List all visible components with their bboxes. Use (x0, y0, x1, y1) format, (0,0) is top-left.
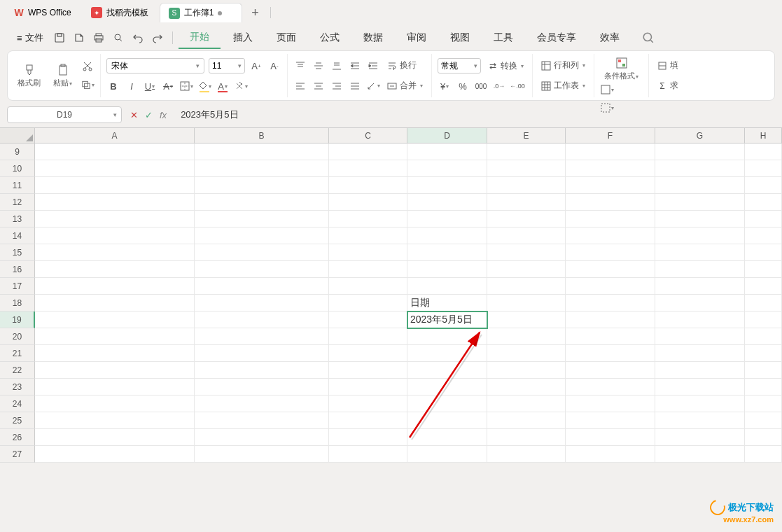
font-color-button[interactable]: A▾ (216, 79, 230, 93)
justify-button[interactable] (348, 80, 362, 92)
merge-button[interactable]: 合并▾ (384, 78, 426, 93)
cell-D9[interactable] (407, 144, 487, 160)
cell-E21[interactable] (487, 345, 566, 362)
cell-G16[interactable] (655, 261, 745, 278)
cell-E17[interactable] (487, 278, 566, 295)
cell-G13[interactable] (655, 211, 745, 227)
cell-D16[interactable] (407, 261, 487, 278)
cell-G10[interactable] (655, 160, 745, 177)
format-brush-button[interactable]: 格式刷 (13, 62, 45, 90)
decrease-font-button[interactable]: A- (267, 59, 281, 73)
cell-D11[interactable] (407, 177, 487, 194)
cell-C27[interactable] (329, 446, 407, 463)
cell-A11[interactable] (35, 177, 195, 194)
cell-H23[interactable] (745, 379, 782, 396)
cell-A13[interactable] (35, 211, 195, 227)
cell-G12[interactable] (655, 194, 745, 211)
cell-B15[interactable] (195, 244, 329, 261)
align-right-button[interactable] (330, 80, 344, 92)
row-header-10[interactable]: 10 (0, 160, 35, 177)
cell-B17[interactable] (195, 278, 329, 295)
cell-C22[interactable] (329, 362, 407, 379)
cell-C24[interactable] (329, 396, 407, 412)
row-header-21[interactable]: 21 (0, 345, 35, 362)
cell-A14[interactable] (35, 227, 195, 244)
fx-button[interactable]: fx (160, 110, 167, 120)
col-header-G[interactable]: G (655, 128, 745, 143)
cell-E25[interactable] (487, 412, 566, 429)
cell-A22[interactable] (35, 362, 195, 379)
comma-button[interactable]: 000 (474, 79, 488, 93)
cell-A26[interactable] (35, 429, 195, 446)
cell-H16[interactable] (745, 261, 782, 278)
redo-button[interactable] (148, 29, 167, 47)
cell-H12[interactable] (745, 194, 782, 211)
fill-color-button[interactable]: ▾ (197, 79, 211, 93)
cell-H24[interactable] (745, 396, 782, 412)
print-button[interactable] (90, 29, 108, 47)
col-header-B[interactable]: B (195, 128, 329, 143)
cell-G9[interactable] (655, 144, 745, 160)
row-header-17[interactable]: 17 (0, 278, 35, 295)
cell-A17[interactable] (35, 278, 195, 295)
orientation-button[interactable]: ▾ (366, 80, 380, 92)
row-header-24[interactable]: 24 (0, 396, 35, 412)
cell-F11[interactable] (566, 177, 655, 194)
row-header-14[interactable]: 14 (0, 227, 35, 244)
copy-button[interactable]: ▾ (81, 78, 95, 92)
cell-G15[interactable] (655, 244, 745, 261)
cell-A12[interactable] (35, 194, 195, 211)
cell-G11[interactable] (655, 177, 745, 194)
cell-E23[interactable] (487, 379, 566, 396)
table-style-button[interactable]: ▾ (600, 83, 614, 97)
cell-C21[interactable] (329, 345, 407, 362)
cell-B25[interactable] (195, 412, 329, 429)
col-header-D[interactable]: D (407, 128, 487, 143)
cell-G17[interactable] (655, 278, 745, 295)
cell-F22[interactable] (566, 362, 655, 379)
cell-C19[interactable] (329, 312, 407, 328)
cell-H21[interactable] (745, 345, 782, 362)
cell-G27[interactable] (655, 446, 745, 463)
cell-D27[interactable] (407, 446, 487, 463)
menu-efficiency[interactable]: 效率 (589, 27, 631, 48)
row-header-18[interactable]: 18 (0, 295, 35, 312)
menu-start[interactable]: 开始 (179, 27, 221, 49)
cell-E26[interactable] (487, 429, 566, 446)
cell-A9[interactable] (35, 144, 195, 160)
cell-F15[interactable] (566, 244, 655, 261)
cell-D26[interactable] (407, 429, 487, 446)
confirm-button[interactable]: ✓ (145, 110, 153, 120)
cell-F13[interactable] (566, 211, 655, 227)
cell-E15[interactable] (487, 244, 566, 261)
undo-button[interactable] (129, 29, 147, 47)
font-name-select[interactable]: 宋体 ▾ (106, 58, 204, 74)
cell-F21[interactable] (566, 345, 655, 362)
cell-D17[interactable] (407, 278, 487, 295)
cell-E12[interactable] (487, 194, 566, 211)
indent-increase-button[interactable] (366, 59, 380, 72)
cell-A10[interactable] (35, 160, 195, 177)
cell-E18[interactable] (487, 295, 566, 312)
row-header-19[interactable]: 19 (0, 312, 35, 328)
cell-H18[interactable] (745, 295, 782, 312)
cell-F26[interactable] (566, 429, 655, 446)
cell-C18[interactable] (329, 295, 407, 312)
col-header-E[interactable]: E (487, 128, 566, 143)
cell-B10[interactable] (195, 160, 329, 177)
cell-D13[interactable] (407, 211, 487, 227)
cell-G22[interactable] (655, 362, 745, 379)
cell-F27[interactable] (566, 446, 655, 463)
bold-button[interactable]: B (106, 79, 120, 93)
font-size-select[interactable]: 11 ▾ (209, 58, 245, 74)
cell-H13[interactable] (745, 211, 782, 227)
cell-F20[interactable] (566, 328, 655, 345)
cell-D15[interactable] (407, 244, 487, 261)
cell-C9[interactable] (329, 144, 407, 160)
cell-E11[interactable] (487, 177, 566, 194)
row-header-12[interactable]: 12 (0, 194, 35, 211)
menu-data[interactable]: 数据 (352, 27, 394, 48)
cell-G18[interactable] (655, 295, 745, 312)
paste-button[interactable]: 粘贴▾ (49, 62, 76, 90)
cancel-button[interactable]: ✕ (130, 110, 138, 120)
